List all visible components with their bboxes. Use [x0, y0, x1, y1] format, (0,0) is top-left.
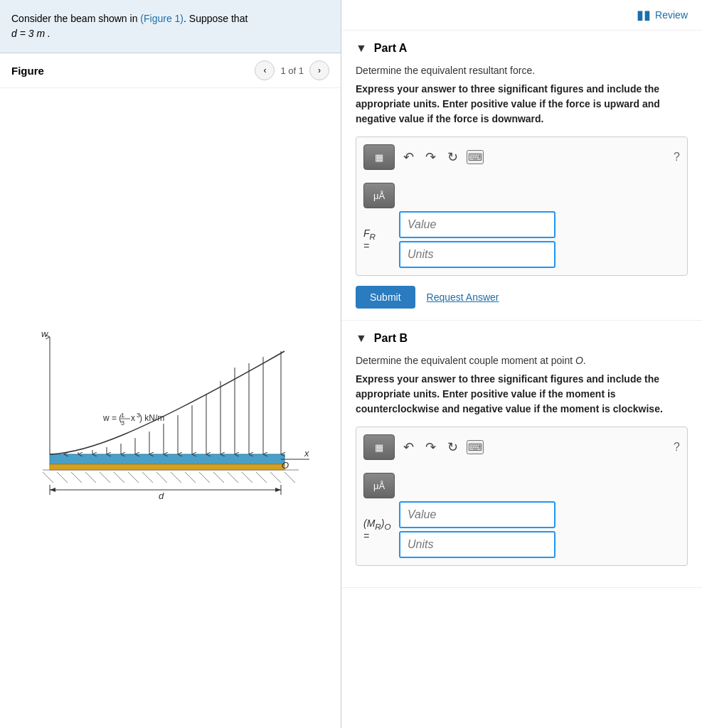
- grid-icon-b: ▦: [375, 442, 383, 453]
- part-a-description: Determine the equivalent resultant force…: [356, 65, 688, 76]
- part-b-answer-row: (MR)O =: [363, 501, 680, 558]
- problem-text-2: . Suppose that: [184, 13, 248, 24]
- review-label: Review: [655, 9, 688, 21]
- review-bar: ▮▮ Review: [341, 0, 702, 31]
- part-b-reset-button[interactable]: ↻: [445, 437, 461, 458]
- part-a-header: ▼ Part A: [356, 42, 688, 55]
- right-panel: ▮▮ Review ▼ Part A Determine the equival…: [341, 0, 702, 728]
- part-a-label-eq: =: [363, 240, 369, 252]
- svg-text:) kN/m: ) kN/m: [139, 413, 164, 423]
- review-icon: ▮▮: [637, 7, 651, 23]
- svg-line-17: [242, 472, 252, 483]
- part-b-instructions: Express your answer to three significant…: [356, 372, 688, 417]
- part-b-answer-box: ▦ ↶ ↷ ↻ ⌨ ? μÅ (MR)O =: [356, 427, 688, 566]
- part-b-units-input[interactable]: [399, 531, 555, 558]
- svg-text:w = (: w = (: [102, 413, 122, 423]
- part-a-section: ▼ Part A Determine the equivalent result…: [341, 31, 702, 321]
- part-a-toolbar-row2: μÅ: [363, 183, 680, 208]
- figure-area: Figure ‹ 1 of 1 ›: [0, 53, 341, 728]
- part-b-mu-button[interactable]: μÅ: [363, 473, 395, 498]
- part-a-undo-button[interactable]: ↶: [400, 146, 417, 168]
- part-a-units-input[interactable]: [399, 241, 555, 268]
- svg-line-4: [57, 472, 68, 483]
- part-a-reset-button[interactable]: ↻: [445, 146, 461, 168]
- part-b-grid-button[interactable]: ▦: [363, 434, 395, 460]
- figure-header: Figure ‹ 1 of 1 ›: [0, 53, 341, 88]
- part-b-toolbar: ▦ ↶ ↷ ↻ ⌨ ?: [363, 434, 680, 466]
- svg-marker-53: [50, 488, 55, 492]
- svg-line-6: [85, 472, 96, 483]
- part-a-label-f: FR: [363, 228, 376, 239]
- part-b-section: ▼ Part B Determine the equivalent couple…: [341, 321, 702, 588]
- part-b-header: ▼ Part B: [356, 332, 688, 345]
- svg-text:d: d: [159, 491, 164, 500]
- figure-canvas: w x O w = ( 1 3 x 3 ) kN/m d: [0, 88, 341, 728]
- part-a-keyboard-button[interactable]: ⌨: [467, 150, 484, 164]
- svg-marker-54: [275, 488, 281, 492]
- part-b-keyboard-button[interactable]: ⌨: [467, 440, 484, 454]
- svg-line-15: [213, 472, 224, 483]
- part-a-toolbar: ▦ ↶ ↷ ↻ ⌨ ?: [363, 144, 680, 176]
- part-a-title: Part A: [374, 42, 408, 55]
- svg-line-12: [171, 472, 181, 483]
- problem-text-1: Consider the beam shown in: [11, 13, 140, 24]
- left-panel: Consider the beam shown in (Figure 1). S…: [0, 0, 341, 728]
- svg-line-13: [185, 472, 196, 483]
- part-a-value-input[interactable]: [399, 211, 555, 238]
- part-b-value-input[interactable]: [399, 501, 555, 528]
- part-b-point: O: [575, 355, 583, 366]
- part-b-undo-button[interactable]: ↶: [400, 437, 417, 458]
- svg-line-20: [284, 472, 295, 483]
- figure-title: Figure: [11, 65, 44, 77]
- grid-icon: ▦: [375, 152, 383, 163]
- svg-line-19: [270, 472, 281, 483]
- part-b-label-m: (MR)O: [363, 518, 391, 529]
- svg-line-5: [71, 472, 82, 483]
- review-link[interactable]: ▮▮ Review: [637, 7, 688, 23]
- svg-text:x: x: [131, 413, 135, 423]
- part-a-grid-button[interactable]: ▦: [363, 144, 395, 170]
- svg-line-9: [128, 472, 139, 483]
- svg-text:3: 3: [121, 419, 124, 427]
- figure-svg: w x O w = ( 1 3 x 3 ) kN/m d: [28, 316, 313, 500]
- svg-line-10: [142, 472, 153, 483]
- part-b-toggle[interactable]: ▼: [356, 332, 367, 345]
- part-b-redo-button[interactable]: ↷: [422, 437, 439, 458]
- svg-text:1: 1: [121, 412, 124, 419]
- figure-link[interactable]: (Figure 1): [140, 13, 184, 24]
- part-a-toggle[interactable]: ▼: [356, 42, 367, 55]
- problem-statement: Consider the beam shown in (Figure 1). S…: [0, 0, 341, 53]
- part-a-answer-box: ▦ ↶ ↷ ↻ ⌨ ? μÅ FR =: [356, 136, 688, 276]
- part-b-toolbar-row2: μÅ: [363, 473, 680, 498]
- part-a-fields: [399, 211, 555, 268]
- svg-text:O: O: [282, 460, 289, 471]
- part-b-label-eq: =: [363, 530, 369, 542]
- part-b-fields: [399, 501, 555, 558]
- part-b-help-button[interactable]: ?: [674, 441, 680, 454]
- part-a-mu-button[interactable]: μÅ: [363, 183, 395, 208]
- figure-next-button[interactable]: ›: [309, 60, 329, 80]
- figure-page: 1 of 1: [280, 65, 304, 76]
- svg-rect-1: [50, 464, 284, 470]
- part-a-answer-row: FR =: [363, 211, 680, 268]
- part-a-help-button[interactable]: ?: [674, 151, 680, 164]
- part-b-description: Determine the equivalent couple moment a…: [356, 355, 688, 366]
- part-a-redo-button[interactable]: ↷: [422, 146, 439, 168]
- svg-line-14: [199, 472, 210, 483]
- part-a-request-answer-button[interactable]: Request Answer: [427, 291, 499, 303]
- part-a-submit-button[interactable]: Submit: [356, 286, 415, 309]
- svg-rect-0: [50, 454, 284, 464]
- mu-icon-b: μÅ: [373, 481, 385, 491]
- part-b-label: (MR)O =: [363, 518, 392, 542]
- figure-nav: ‹ 1 of 1 ›: [255, 60, 329, 80]
- svg-line-16: [228, 472, 238, 483]
- svg-text:x: x: [304, 448, 309, 459]
- part-a-actions: Submit Request Answer: [356, 286, 688, 309]
- problem-equation: d = 3 m .: [11, 28, 50, 39]
- mu-icon: μÅ: [373, 191, 385, 201]
- svg-text:w: w: [41, 328, 49, 339]
- part-b-title: Part B: [374, 332, 408, 345]
- figure-prev-button[interactable]: ‹: [255, 60, 275, 80]
- svg-line-7: [100, 472, 110, 483]
- svg-line-3: [43, 472, 53, 483]
